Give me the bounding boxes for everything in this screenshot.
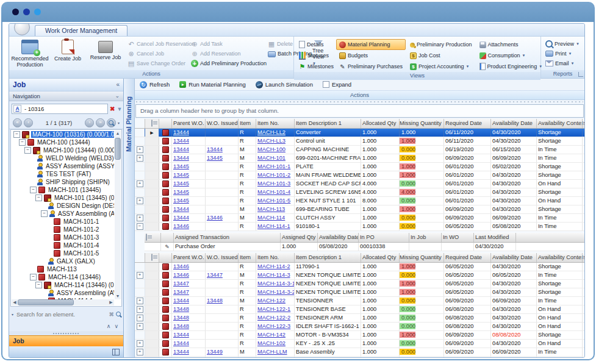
column-header-allocated-qty[interactable]: Allocated Qty [361,253,400,262]
item-no-link[interactable]: MACH-122-3 [257,323,290,329]
job-search-input[interactable] [23,105,106,113]
filter-icon[interactable]: ▼ [117,106,122,112]
job-panel-tab[interactable]: Job [9,335,123,346]
tree-item[interactable]: −MACH-101 (13445) (0.000/1.000) [12,194,114,202]
tree-item[interactable]: −MACH-114 (13446) [12,273,114,281]
grid-row[interactable]: +1344413444MMACH-100CAPPING MACHINE1.000… [135,146,584,154]
column-header-required-date[interactable]: Required Date [444,253,491,262]
item-no-link[interactable]: MACH-114-3-2 [257,289,295,295]
panel-dock-bar[interactable] [9,346,123,357]
column-header-in-po[interactable]: In PO [359,233,409,242]
column-header-availability-contex[interactable]: Availability Contex [537,253,583,262]
column-header-parent-w-o[interactable]: Parent W.O. [172,119,206,128]
application-orb-button[interactable] [14,23,30,35]
tree-item[interactable]: MACH-101-4 [12,241,114,249]
tree-expander[interactable]: − [35,282,42,288]
column-header-item[interactable]: Item [239,253,256,262]
column-header-availability-date[interactable]: Availability Date [491,119,537,128]
save-change-order-button[interactable]: Save Change Order [126,59,188,68]
dialog-launcher-icon[interactable] [578,72,583,77]
grid-row[interactable]: +1344413448MMACH-122TENSIONNER1.0000.000… [135,297,584,305]
row-expander[interactable]: + [137,306,143,313]
panel-splitter[interactable] [9,331,123,335]
create-job-button[interactable]: Create Job [49,38,87,70]
column-header-assigned-transaction[interactable]: Assigned Transaction [174,233,281,242]
item-no-link[interactable]: MACH-102 [257,340,285,346]
tree-item[interactable]: −MACH-114 (13446) (0.000/1.000) [12,281,114,289]
item-no-link[interactable]: MACH-LLM [257,349,287,355]
column-header-item-no[interactable]: Item No. [256,119,295,128]
run-material-planning-button[interactable]: ▸ Run Material Planning [179,81,245,88]
parent-wo-link[interactable]: 13444 [173,340,189,346]
item-no-link[interactable]: MACH-114 [257,215,285,221]
milestones-button[interactable]: Milestones [296,61,335,72]
tree-expander[interactable]: − [35,194,42,201]
panes-icon[interactable] [112,349,120,355]
grid-row[interactable]: +13448RMACH-122-3IDLER SHAFT IS-1662-11.… [135,323,584,331]
scroll-up-icon[interactable]: ▲ [116,130,120,137]
print-button[interactable]: Print▼ [543,49,583,59]
parent-wo-link[interactable]: 13444 [173,155,189,161]
column-header-availability-date[interactable]: Availability Date [491,253,537,262]
row-expander[interactable]: + [137,146,143,153]
parent-wo-link[interactable]: 13448 [173,315,189,321]
row-expander[interactable]: + [137,349,143,355]
titlebar-dot-1-icon[interactable] [12,9,19,15]
column-header-is-preliminary[interactable]: Is Preliminary [583,253,584,262]
tree-item[interactable]: MACH-101-1 [12,218,114,226]
item-no-link[interactable]: MACH-101-5 [257,198,290,204]
project-accounting-button[interactable]: Project Accounting▼ [407,61,475,72]
grid-row[interactable]: ▶13444RMACH-LL2Converter1.0001.00006/11/… [135,129,584,137]
find-next-icon[interactable]: ∨ [114,323,118,329]
parent-wo-link[interactable]: 13445 [173,180,189,187]
column-header-allocated-qty[interactable]: Allocated Qty [361,119,400,128]
column-header-w-o-issued[interactable]: W.O. Issued [206,119,239,128]
tree-expander[interactable]: − [24,147,31,154]
tree-expander[interactable]: − [30,274,37,280]
column-header-parent-w-o[interactable]: Parent W.O. [172,253,206,262]
item-no-link[interactable]: MACH-101-2 [257,172,290,178]
find-previous-icon[interactable]: ∧ [107,323,111,329]
column-header-in-wo[interactable]: In WO [442,233,474,242]
tree-vertical-scrollbar[interactable]: ▲ ▼ [115,130,121,299]
grid-selector-icon[interactable] [151,120,153,127]
last-record-button[interactable]: » [96,118,105,127]
grid-row[interactable]: 13445RMACH-101-4LEVELING SCREW 16N51LP..… [135,188,584,197]
parent-wo-link[interactable]: 13444 [173,206,189,212]
next-record-button[interactable]: › [85,118,94,127]
column-header-availability-contex[interactable]: Availability Contex [537,119,583,128]
refresh-button[interactable]: ↻ Refresh [140,81,170,88]
tree-item[interactable]: MACH-101-3 [12,234,114,241]
launch-simulation-button[interactable]: Launch Simulation [256,81,313,88]
tree-expander[interactable]: − [41,210,48,217]
details-button[interactable]: Details [296,39,335,50]
column-header-item[interactable]: Item [239,119,256,128]
material-planning-button[interactable]: Material Planning [336,39,406,50]
window-titlebar[interactable] [1,2,595,22]
item-no-link[interactable]: MACH-114-3-1 [257,280,295,287]
parent-wo-link[interactable]: 13444 [173,129,189,135]
grid-row[interactable]: +13445RMACH-101-5HEX NUT STYLE 1 1018.00… [135,197,584,205]
field-chooser-icon[interactable]: A [13,105,21,113]
item-no-link[interactable]: MACH-101-4 [257,189,290,195]
parent-wo-link[interactable]: 13444 [173,215,189,221]
element-search-input[interactable] [15,310,107,318]
grid-row[interactable]: 13445RMACH-101-1PLATE1.0001.00006/01/202… [135,163,584,171]
grid-row[interactable]: +1344413446MMACH-114CLUTCH ASSY1.0000.00… [135,214,584,223]
record-search-button[interactable] [107,118,116,127]
item-no-link[interactable]: MACH-122 [257,298,285,304]
job-search-box[interactable]: A [12,104,108,114]
column-header-item-description-1[interactable]: Item Description 1 [295,119,361,128]
column-header-availability-date[interactable]: Availability Date [318,233,359,242]
parent-wo-link[interactable]: 13445 [173,163,189,170]
grid-row[interactable]: +13448RMACH-122-2TENSIONER ARM1.0000.000… [135,314,584,323]
tree-item[interactable]: −MACH-101 (13445) [12,186,114,194]
tree-expander[interactable]: − [30,187,37,193]
budgets-button[interactable]: Budgets [336,50,406,61]
column-header-missing-quantity[interactable]: Missing Quantity [400,253,444,262]
column-header-item-no[interactable]: Item No. [256,253,295,262]
tree-item[interactable]: GALX (GALX) [12,257,114,265]
parent-wo-link[interactable]: 13448 [173,323,189,329]
tree-item[interactable]: SHIP Shipping (SHIPN) [12,178,114,186]
tree-item[interactable]: MACH-101-2 [12,226,114,234]
